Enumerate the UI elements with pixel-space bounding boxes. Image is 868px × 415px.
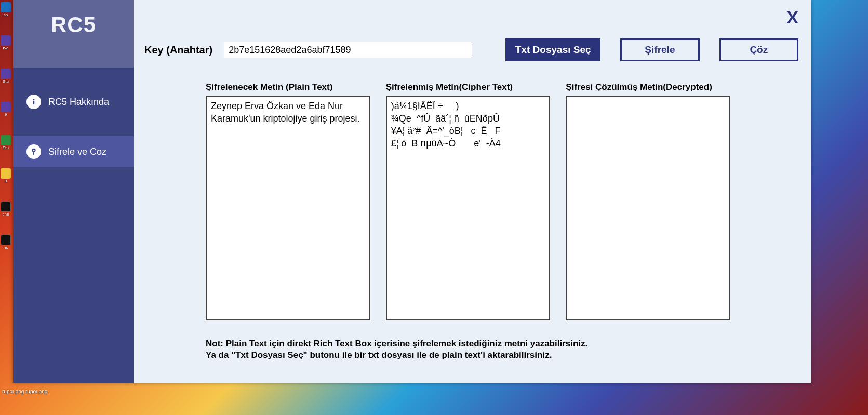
close-button[interactable]: X (786, 7, 798, 28)
decrypted-text-output[interactable] (566, 96, 730, 320)
key-input[interactable] (224, 42, 472, 58)
col-decrypted: Şifresi Çözülmüş Metin(Decrypted) (566, 82, 730, 320)
sidebar: RC5 RC5 Hakkında Sifrele ve Coz (13, 0, 134, 383)
col-plain: Şifrelenecek Metin (Plain Text) (206, 82, 370, 320)
sidebar-item-label: RC5 Hakkında (48, 97, 109, 108)
svg-rect-1 (33, 101, 34, 105)
footer-note-line1: Not: Plain Text için direkt Rich Text Bo… (206, 338, 798, 350)
svg-point-0 (33, 99, 35, 101)
plain-label: Şifrelenecek Metin (Plain Text) (206, 82, 370, 92)
app-title: RC5 (13, 0, 134, 68)
main-panel: X Key (Anahtar) Txt Dosyası Seç Şifrele … (134, 0, 811, 383)
svg-rect-3 (33, 151, 34, 155)
sidebar-item-about[interactable]: RC5 Hakkında (13, 86, 134, 117)
decrypt-button[interactable]: Çöz (719, 38, 798, 61)
text-columns: Şifrelenecek Metin (Plain Text) Şifrelen… (206, 82, 730, 320)
key-row: Key (Anahtar) Txt Dosyası Seç Şifrele Çö… (144, 38, 798, 61)
desktop-icon-strip: so rve Stu 9 Stu 9 che ns (0, 0, 13, 415)
footer-note-line2: Ya da "Txt Dosyası Seç" butonu ile bir t… (206, 350, 798, 361)
col-cipher: Şifrelenmiş Metin(Cipher Text) (386, 82, 551, 320)
select-txt-button[interactable]: Txt Dosyası Seç (505, 38, 600, 61)
key-label: Key (Anahtar) (144, 44, 216, 56)
decrypted-label: Şifresi Çözülmüş Metin(Decrypted) (566, 82, 730, 92)
encrypt-button[interactable]: Şifrele (620, 38, 699, 61)
key-icon (26, 144, 41, 159)
plain-text-input[interactable] (206, 96, 370, 320)
cipher-text-output[interactable] (386, 96, 551, 320)
desktop-bottom-caption: rupor.png rupor.png (0, 389, 47, 394)
sidebar-item-encrypt-decrypt[interactable]: Sifrele ve Coz (13, 136, 134, 167)
info-icon (26, 95, 41, 109)
cipher-label: Şifrelenmiş Metin(Cipher Text) (386, 82, 551, 92)
footer-note: Not: Plain Text için direkt Rich Text Bo… (206, 338, 798, 361)
app-window: RC5 RC5 Hakkında Sifrele ve Coz X Key (A… (13, 0, 811, 383)
sidebar-item-label: Sifrele ve Coz (48, 146, 106, 157)
svg-point-2 (32, 149, 35, 152)
